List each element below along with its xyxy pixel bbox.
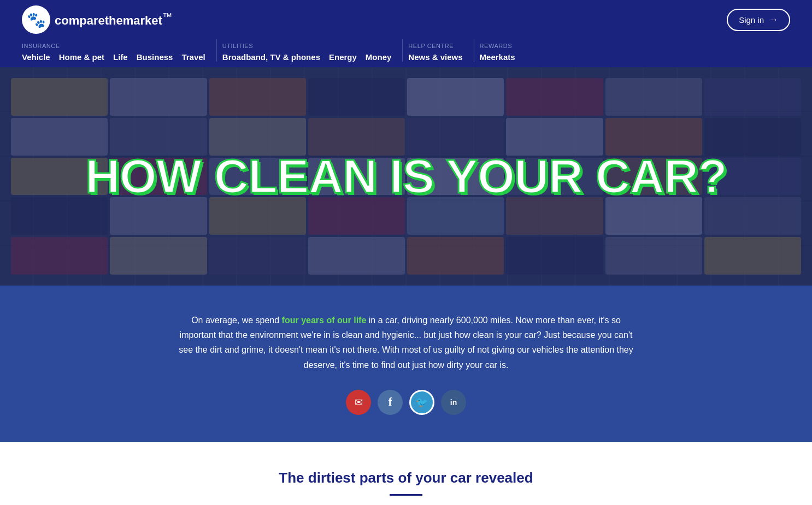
nav-section-help: HELP CENTRE News & views xyxy=(408,39,473,67)
share-linkedin-button[interactable]: in xyxy=(441,390,466,415)
nav-divider-2 xyxy=(402,39,403,62)
email-icon: ✉ xyxy=(355,396,363,408)
arrow-icon: → xyxy=(768,14,778,26)
intro-section: On average, we spend four years of our l… xyxy=(0,286,812,442)
logo-wordmark: comparethemarket™ xyxy=(55,11,172,28)
nav-item-vehicle[interactable]: Vehicle xyxy=(22,52,50,62)
nav-item-home-pet[interactable]: Home & pet xyxy=(59,52,104,62)
nav-items-rewards: Meerkats xyxy=(480,52,515,62)
nav-item-broadband[interactable]: Broadband, TV & phones xyxy=(222,52,320,62)
hero-content: HOW CLEAN IS YOUR CAR? xyxy=(0,67,812,286)
meerkat-icon: 🐾 xyxy=(27,11,46,29)
logo-icon: 🐾 xyxy=(22,5,50,34)
nav-divider-1 xyxy=(216,39,217,62)
nav-item-business[interactable]: Business xyxy=(137,52,173,62)
header-top: 🐾 comparethemarket™ Sign in → xyxy=(22,0,790,39)
nav-items-insurance: Vehicle Home & pet Life Business Travel xyxy=(22,52,205,62)
intro-highlight: four years of our life xyxy=(282,316,367,325)
hero-section: HOW CLEAN IS YOUR CAR? xyxy=(0,67,812,286)
nav-items-help: News & views xyxy=(408,52,462,62)
logo[interactable]: 🐾 comparethemarket™ xyxy=(22,5,172,34)
intro-paragraph: On average, we spend four years of our l… xyxy=(176,313,636,372)
twitter-icon: 🐦 xyxy=(416,396,428,408)
share-twitter-button[interactable]: 🐦 xyxy=(409,390,434,415)
nav-item-meerkats[interactable]: Meerkats xyxy=(480,52,515,62)
nav-label-help: HELP CENTRE xyxy=(408,43,462,49)
nav-item-life[interactable]: Life xyxy=(113,52,128,62)
nav-section-utilities: UTILITIES Broadband, TV & phones Energy … xyxy=(222,39,403,67)
nav-label-utilities: UTILITIES xyxy=(222,43,392,49)
linkedin-icon: in xyxy=(450,398,457,407)
nav-item-money[interactable]: Money xyxy=(366,52,392,62)
social-share-row: ✉ f 🐦 in xyxy=(11,390,801,415)
nav-label-rewards: REWARDS xyxy=(480,43,515,49)
share-facebook-button[interactable]: f xyxy=(378,390,403,415)
header: 🐾 comparethemarket™ Sign in → INSURANCE … xyxy=(0,0,812,67)
share-email-button[interactable]: ✉ xyxy=(346,390,371,415)
intro-text-before: On average, we spend xyxy=(191,316,281,325)
nav-section-insurance: INSURANCE Vehicle Home & pet Life Busine… xyxy=(22,39,216,67)
bottom-divider xyxy=(390,494,422,496)
bottom-section: The dirtiest parts of your car revealed xyxy=(0,442,812,505)
nav-label-insurance: INSURANCE xyxy=(22,43,205,49)
nav-item-energy[interactable]: Energy xyxy=(329,52,357,62)
nav-item-travel[interactable]: Travel xyxy=(181,52,205,62)
logo-market: market xyxy=(123,14,162,28)
logo-tm: ™ xyxy=(162,11,172,22)
sign-in-label: Sign in xyxy=(739,15,764,25)
facebook-icon: f xyxy=(389,396,392,408)
nav-divider-3 xyxy=(474,39,474,62)
nav-item-news[interactable]: News & views xyxy=(408,52,462,62)
logo-the: the xyxy=(105,14,123,28)
nav-items-utilities: Broadband, TV & phones Energy Money xyxy=(222,52,392,62)
main-nav: INSURANCE Vehicle Home & pet Life Busine… xyxy=(22,39,790,67)
sign-in-button[interactable]: Sign in → xyxy=(727,9,790,31)
bottom-title: The dirtiest parts of your car revealed xyxy=(11,470,801,486)
nav-section-rewards: REWARDS Meerkats xyxy=(480,39,526,67)
hero-title: HOW CLEAN IS YOUR CAR? xyxy=(74,152,738,200)
